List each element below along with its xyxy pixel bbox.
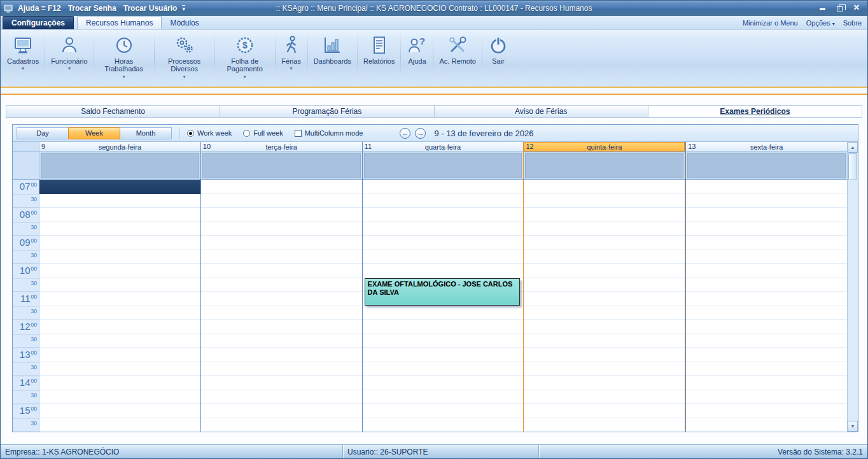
day-column-quarta-feira[interactable]: EXAME OFTALMOLÓGICO - JOSE CARLOS DA SIL… xyxy=(362,180,524,432)
ribbon-button-horas-trabalhadas[interactable]: Horas Trabalhadas▾ xyxy=(95,31,153,85)
ribbon-group-separator xyxy=(154,34,155,82)
view-button-week[interactable]: Week xyxy=(68,127,120,139)
ribbon-tab-modulos[interactable]: Módulos xyxy=(162,16,207,29)
ribbon-tab-recursos-humanos[interactable]: Recursos Humanos xyxy=(77,16,162,29)
ribbon-tabs: ConfiguraçõesRecursos HumanosMódulos xyxy=(3,16,207,29)
allday-cell-sexta-feira[interactable] xyxy=(685,152,847,180)
titlebar-menu-item-trocar-senha[interactable]: Trocar Senha xyxy=(68,4,116,13)
statusbar-company: Empresa:: 1-KS AGRONEGÓCIO xyxy=(1,445,343,458)
page-tab-programacao-ferias[interactable]: Programação Férias xyxy=(220,105,434,118)
help-icon xyxy=(407,34,427,56)
allday-cell-quinta-feira[interactable] xyxy=(523,152,685,180)
time-ruler-hour-12: 120030 xyxy=(13,320,39,348)
option-multicolumn-mode[interactable]: MultiColumn mode xyxy=(295,129,363,137)
ribbon-button-ajuda[interactable]: Ajuda xyxy=(402,31,431,85)
titlebar-menu-item-trocar-usuario[interactable]: Trocar Usuário xyxy=(123,4,178,13)
ribbon-group-separator xyxy=(357,34,358,82)
day-number: 10 xyxy=(203,143,211,150)
checkbox-unchecked xyxy=(295,130,302,137)
statusbar-user: Usuario:: 26-SUPORTE xyxy=(343,445,539,458)
scroll-down-button[interactable]: ▼ xyxy=(848,421,858,432)
day-header-quarta-feira[interactable]: 11quarta-feira xyxy=(362,142,524,152)
ribbon-button-folha-de-pagamento[interactable]: Folha de Pagamento▾ xyxy=(216,31,274,85)
ribbon-button-dashboards[interactable]: Dashboards xyxy=(309,31,356,85)
minimize-menu-link[interactable]: Minimizar o Menu xyxy=(743,19,798,27)
minute-label: 30 xyxy=(31,420,37,427)
time-label: 0900 xyxy=(13,236,39,250)
vertical-scrollbar[interactable]: ▲ ▼ xyxy=(847,142,858,432)
previous-week-button[interactable]: ← xyxy=(400,128,410,139)
ribbon-group-separator xyxy=(214,34,215,82)
hour-label: 14 xyxy=(20,378,31,387)
scroll-up-button[interactable]: ▲ xyxy=(848,142,858,153)
ribbon-button-label: Ajuda xyxy=(408,57,426,65)
main-panel: Saldo FechamentoProgramação FériasAviso … xyxy=(1,94,867,444)
allday-cell-quarta-feira[interactable] xyxy=(362,152,524,180)
allday-fill xyxy=(687,153,846,178)
page-tab-aviso-de-ferias[interactable]: Aviso de Férias xyxy=(435,105,648,118)
ribbon-button-sair[interactable]: Sair xyxy=(484,31,513,85)
clock-icon xyxy=(114,34,134,56)
about-link[interactable]: Sobre xyxy=(843,19,862,27)
ribbon-button-label: Horas Trabalhadas xyxy=(100,57,148,73)
day-column-quinta-feira[interactable] xyxy=(523,180,685,432)
titlebar-menu-item-ajuda-f12[interactable]: Ajuda = F12 xyxy=(18,4,61,13)
chevron-down-icon: ▾ xyxy=(183,74,186,80)
ribbon-button-relatorios[interactable]: Relatórios xyxy=(359,31,400,85)
time-grid: 0700300800300900301000301100301200301300… xyxy=(13,180,847,432)
day-header-segunda-feira[interactable]: 9segunda-feira xyxy=(39,142,200,152)
close-button[interactable]: × xyxy=(852,3,861,13)
view-button-month[interactable]: Month xyxy=(120,127,172,139)
options-link[interactable]: Opções▾ xyxy=(806,19,835,27)
ribbon-button-ferias[interactable]: Férias▾ xyxy=(277,31,306,85)
ribbon-button-processos-diversos[interactable]: Processos Diversos▾ xyxy=(156,31,213,85)
day-column-sexta-feira[interactable] xyxy=(685,180,847,432)
day-name: sexta-feira xyxy=(750,143,783,151)
ribbon-button-ac-remoto[interactable]: Ac. Remoto xyxy=(435,31,480,85)
next-week-button[interactable]: → xyxy=(415,128,426,139)
minute-label: 30 xyxy=(31,196,37,202)
view-button-day[interactable]: Day xyxy=(17,127,69,139)
ribbon-group-separator xyxy=(482,34,482,82)
date-range-label: 9 - 13 de fevereiro de 2026 xyxy=(434,129,533,138)
allday-cell-segunda-feira[interactable] xyxy=(39,152,200,180)
day-number: 13 xyxy=(688,143,696,150)
minute-label: 00 xyxy=(31,350,37,356)
chevron-down-icon[interactable]: ▾ xyxy=(182,5,185,12)
day-number: 11 xyxy=(365,143,372,150)
ribbon-tab-configuracoes[interactable]: Configurações xyxy=(3,16,74,29)
day-header-sexta-feira[interactable]: 13sexta-feira xyxy=(685,142,847,152)
day-name: quinta-feira xyxy=(587,143,622,151)
hour-label: 15 xyxy=(20,406,31,415)
allday-row xyxy=(13,152,847,180)
page-tab-exames-periodicos[interactable]: Exames Periódicos xyxy=(648,105,862,118)
app-icon xyxy=(3,4,13,13)
half-hour-label: 30 xyxy=(13,306,39,320)
hour-label: 13 xyxy=(20,350,31,359)
appointment[interactable]: EXAME OFTALMOLÓGICO - JOSE CARLOS DA SIL… xyxy=(365,278,521,306)
page-tab-saldo-fechamento[interactable]: Saldo Fechamento xyxy=(6,105,220,118)
ribbon-button-funcionario[interactable]: Funcionário▾ xyxy=(46,31,92,85)
payroll-icon xyxy=(235,34,255,56)
time-ruler-hour-08: 080030 xyxy=(13,208,39,236)
day-header-quinta-feira[interactable]: 12quinta-feira xyxy=(523,142,685,152)
ribbon-tab-strip: ConfiguraçõesRecursos HumanosMódulos Min… xyxy=(1,16,867,30)
week-options: Work weekFull weekMultiColumn mode xyxy=(187,129,374,137)
restore-glyph xyxy=(837,6,843,11)
option-work-week[interactable]: Work week xyxy=(187,129,232,137)
restore-button[interactable] xyxy=(835,3,844,13)
ribbon-button-cadastros[interactable]: Cadastros▾ xyxy=(3,31,43,85)
minimize-button[interactable] xyxy=(818,3,827,13)
ribbon-button-label: Relatórios xyxy=(363,57,395,65)
option-full-week[interactable]: Full week xyxy=(243,129,283,137)
half-hour-label: 30 xyxy=(13,278,39,292)
scrollbar-thumb[interactable] xyxy=(848,153,857,180)
hour-label: 10 xyxy=(20,265,31,275)
scheduler-main: 9segunda-feira10terça-feira11quarta-feir… xyxy=(13,142,847,432)
allday-cell-terca-feira[interactable] xyxy=(200,152,362,180)
ribbon-group-separator xyxy=(400,34,401,82)
day-column-terca-feira[interactable] xyxy=(200,180,362,432)
ribbon-toolbar: Cadastros▾Funcionário▾Horas Trabalhadas▾… xyxy=(1,30,867,88)
day-column-segunda-feira[interactable] xyxy=(39,180,200,432)
day-header-terca-feira[interactable]: 10terça-feira xyxy=(200,142,362,152)
